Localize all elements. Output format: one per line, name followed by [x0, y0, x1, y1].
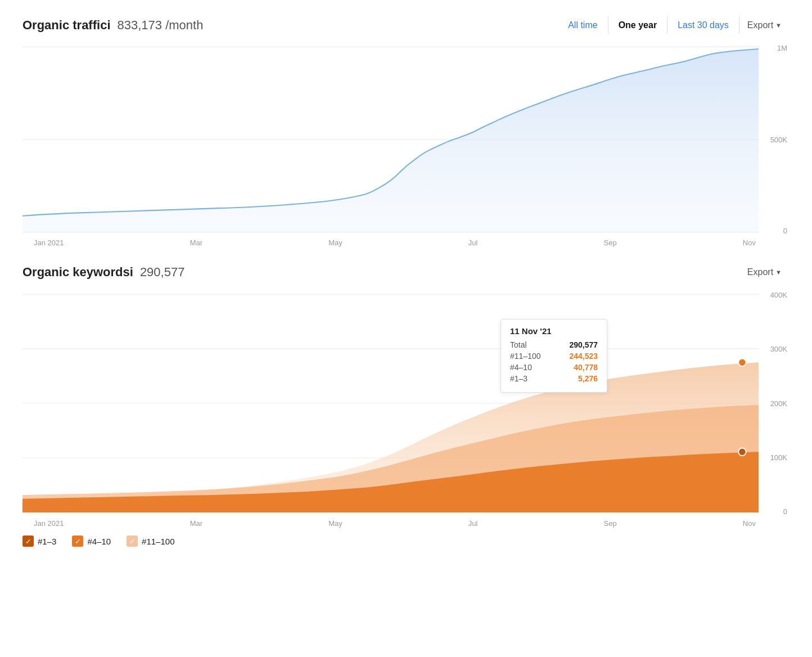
kw-y-300k: 300K	[759, 345, 790, 353]
keywords-export-group: Export ▼	[739, 264, 790, 281]
traffic-y-axis: 1M 500K 0	[759, 44, 790, 235]
traffic-x-nov: Nov	[743, 238, 756, 247]
keywords-chart-row: 11 Nov '21 Total 290,577 #11–100 244,523…	[22, 291, 790, 516]
kw-y-200k: 200K	[759, 399, 790, 408]
time-filter-group: All time One year Last 30 days Export ▼	[558, 17, 790, 34]
legend-label-11-100: #11–100	[142, 537, 174, 546]
keywords-legend: ✓ #1–3 ✓ #4–10 ✓ #11–100	[22, 536, 790, 547]
keywords-info-icon: i	[130, 265, 133, 280]
traffic-y-label-1m: 1M	[759, 44, 790, 52]
keywords-title-group: Organic keywords i 290,577	[22, 265, 184, 280]
filter-last-30[interactable]: Last 30 days	[667, 17, 739, 34]
kw-x-sep: Sep	[604, 519, 617, 528]
traffic-x-axis: Jan 2021 Mar May Jul Sep Nov	[22, 235, 790, 247]
traffic-chart-svg-area	[22, 44, 759, 235]
kw-x-may: May	[328, 519, 342, 528]
traffic-y-label-500k: 500K	[759, 136, 790, 144]
export-chevron-icon: ▼	[775, 22, 782, 29]
legend-item-1-3[interactable]: ✓ #1–3	[22, 536, 56, 547]
keywords-metric: 290,577	[140, 265, 185, 280]
keywords-chart-svg-area: 11 Nov '21 Total 290,577 #11–100 244,523…	[22, 291, 759, 516]
keywords-chart-svg	[22, 291, 759, 516]
filter-one-year[interactable]: One year	[608, 17, 667, 34]
traffic-title: Organic traffic	[22, 18, 107, 33]
filter-all-time[interactable]: All time	[558, 17, 608, 34]
keywords-x-axis: Jan 2021 Mar May Jul Sep Nov	[22, 516, 790, 528]
traffic-x-sep: Sep	[604, 238, 617, 247]
legend-item-11-100[interactable]: ✓ #11–100	[127, 536, 174, 547]
kw-y-400k: 400K	[759, 291, 790, 299]
legend-label-1-3: #1–3	[38, 537, 56, 546]
traffic-header: Organic traffic i 833,173 /month All tim…	[22, 17, 790, 34]
keywords-title: Organic keywords	[22, 265, 130, 280]
traffic-x-mar: Mar	[190, 238, 202, 247]
keywords-header: Organic keywords i 290,577 Export ▼	[22, 264, 790, 281]
legend-check-11-100: ✓	[127, 536, 138, 547]
traffic-chart-svg	[22, 44, 759, 235]
traffic-metric: 833,173 /month	[118, 18, 204, 33]
keywords-export-chevron-icon: ▼	[775, 269, 782, 276]
traffic-y-label-0: 0	[759, 227, 790, 235]
keywords-chart-container: 11 Nov '21 Total 290,577 #11–100 244,523…	[22, 291, 790, 547]
traffic-export-button[interactable]: Export ▼	[739, 17, 790, 34]
traffic-x-jan: Jan 2021	[34, 238, 64, 247]
kw-y-100k: 100K	[759, 453, 790, 462]
legend-item-4-10[interactable]: ✓ #4–10	[72, 536, 111, 547]
legend-label-4-10: #4–10	[87, 537, 111, 546]
organic-traffic-section: Organic traffic i 833,173 /month All tim…	[22, 17, 790, 247]
traffic-chart-row: 1M 500K 0	[22, 44, 790, 235]
kw-x-nov: Nov	[743, 519, 756, 528]
kw-x-jan: Jan 2021	[34, 519, 64, 528]
keywords-y-axis: 400K 300K 200K 100K 0	[759, 291, 790, 516]
kw-dot-total	[738, 358, 746, 366]
keywords-export-button[interactable]: Export ▼	[739, 264, 790, 281]
legend-check-4-10: ✓	[72, 536, 83, 547]
kw-y-0: 0	[759, 507, 790, 516]
traffic-x-jul: Jul	[468, 238, 478, 247]
traffic-chart-container: 1M 500K 0 Jan 2021 Mar May Jul Sep Nov	[22, 44, 790, 247]
organic-keywords-section: Organic keywords i 290,577 Export ▼	[22, 264, 790, 547]
kw-x-mar: Mar	[190, 519, 202, 528]
traffic-area-fill	[22, 49, 759, 232]
traffic-title-group: Organic traffic i 833,173 /month	[22, 18, 203, 33]
legend-check-1-3: ✓	[22, 536, 34, 547]
kw-dot-1-3	[738, 448, 746, 456]
traffic-info-icon: i	[107, 18, 110, 33]
traffic-x-may: May	[328, 238, 342, 247]
kw-x-jul: Jul	[468, 519, 478, 528]
